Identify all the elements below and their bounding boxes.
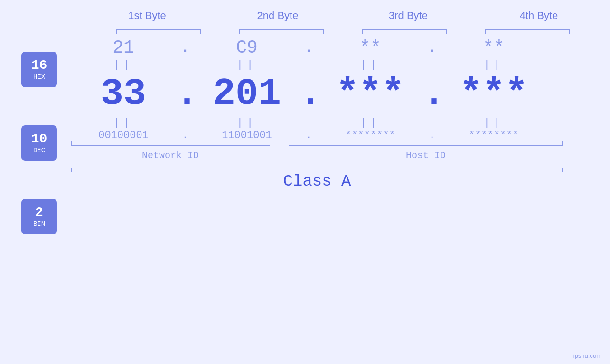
hex-row: 21 . C9 . ** . ** (71, 37, 610, 58)
host-id-bracket-area: Host ID (289, 145, 563, 161)
host-id-label: Host ID (289, 150, 563, 161)
eq-2-3: || (318, 117, 422, 129)
dec-val-4: *** (460, 72, 528, 115)
bin-cell-1: 00100001 (71, 130, 176, 141)
watermark: ipshu.com (573, 352, 601, 359)
full-bracket-area: Class A (71, 168, 563, 190)
col-header-2: 2nd Byte (225, 9, 330, 22)
network-id-bracket-area: Network ID (71, 145, 270, 161)
eq-1-1: || (71, 59, 176, 71)
dec-row: 33 . 201 . *** . *** (71, 72, 610, 115)
badge-bin: 2 BIN (21, 199, 57, 234)
bracket-1 (116, 29, 201, 30)
equals-row-1: || || || || (71, 58, 610, 72)
main-container: 1st Byte 2nd Byte 3rd Byte 4th Byte 16 H… (0, 0, 610, 364)
hex-val-1: 21 (113, 37, 134, 58)
hex-dot-1: . (176, 39, 195, 56)
bin-row: 00100001 . 11001001 . ******** . *******… (71, 130, 610, 141)
id-brackets: Network ID Host ID (71, 145, 610, 161)
network-id-label: Network ID (71, 150, 270, 161)
col-header-3: 3rd Byte (356, 9, 460, 22)
badge-bin-label: BIN (33, 220, 45, 228)
hex-dot-3: . (422, 39, 441, 56)
col-header-4: 4th Byte (487, 9, 591, 22)
hex-val-3: ** (359, 37, 381, 58)
badge-dec-label: DEC (33, 147, 45, 154)
column-headers: 1st Byte 2nd Byte 3rd Byte 4th Byte (82, 9, 604, 22)
bin-val-1: 00100001 (98, 130, 149, 141)
class-label: Class A (71, 172, 563, 190)
bin-dot-2: . (299, 131, 318, 141)
dec-dot-2: . (299, 75, 318, 113)
badge-hex-num: 16 (31, 59, 47, 72)
badge-hex-label: HEX (33, 73, 45, 81)
eq-1-2: || (195, 59, 299, 71)
eq-2-1: || (71, 117, 176, 129)
dec-val-3: *** (336, 72, 404, 115)
hex-dot-2: . (299, 39, 318, 56)
eq-2-2: || (195, 117, 299, 129)
dec-val-2: 201 (213, 72, 281, 115)
badge-hex: 16 HEX (21, 52, 57, 87)
badge-bin-num: 2 (35, 206, 43, 219)
hex-cell-3: ** (318, 37, 422, 58)
hex-cell-2: C9 (195, 37, 299, 58)
dec-cell-1: 33 (71, 72, 176, 115)
header-brackets (97, 27, 589, 30)
bin-cell-3: ******** (318, 130, 422, 141)
bin-val-4: ******** (469, 130, 519, 141)
bin-dot-3: . (422, 131, 441, 141)
bracket-3 (362, 29, 447, 30)
badge-dec-num: 10 (31, 132, 47, 146)
dec-dot-1: . (176, 75, 195, 113)
bracket-4 (485, 29, 570, 30)
dec-cell-4: *** (441, 72, 546, 115)
eq-1-4: || (441, 59, 546, 71)
bin-cell-2: 11001001 (195, 130, 299, 141)
host-bracket-line (289, 145, 563, 146)
hex-val-2: C9 (236, 37, 258, 58)
bin-val-2: 11001001 (222, 130, 272, 141)
hex-cell-4: ** (441, 37, 546, 58)
data-display: 21 . C9 . ** . ** || || (71, 37, 610, 190)
equals-row-2: || || || || (71, 115, 610, 130)
eq-1-3: || (318, 59, 422, 71)
col-header-1: 1st Byte (95, 9, 199, 22)
content-area: 16 HEX 10 DEC 2 BIN 21 . C9 (0, 37, 610, 234)
dec-dot-3: . (422, 75, 441, 113)
dec-cell-3: *** (318, 72, 422, 115)
badges-column: 16 HEX 10 DEC 2 BIN (21, 52, 57, 234)
hex-cell-1: 21 (71, 37, 176, 58)
bin-val-3: ******** (345, 130, 395, 141)
hex-val-4: ** (483, 37, 505, 58)
eq-2-4: || (441, 117, 546, 129)
bin-cell-4: ******** (441, 130, 546, 141)
dec-val-1: 33 (101, 72, 146, 115)
network-bracket-line (71, 145, 270, 146)
full-bracket-line (71, 168, 563, 168)
bracket-2 (239, 29, 324, 30)
bin-dot-1: . (176, 131, 195, 141)
dec-cell-2: 201 (195, 72, 299, 115)
badge-dec: 10 DEC (21, 125, 57, 161)
